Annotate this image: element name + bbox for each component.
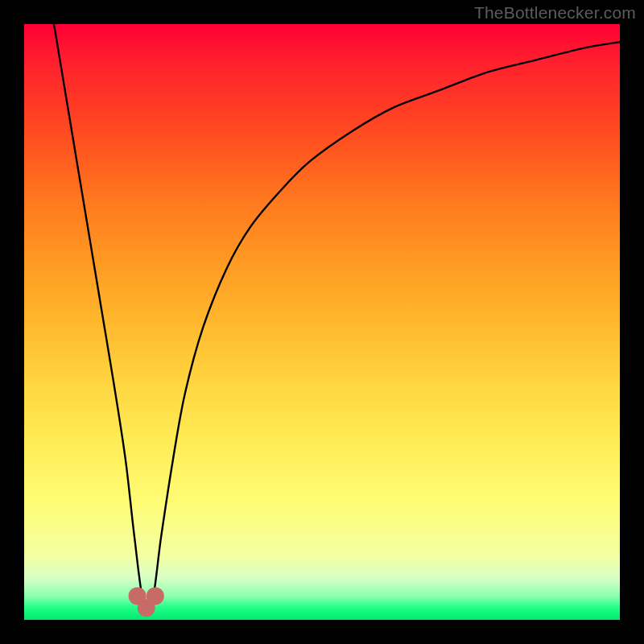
- curve-layer: [24, 24, 620, 620]
- marker-min-right: [147, 587, 164, 605]
- min-markers: [129, 587, 164, 617]
- plot-area: [24, 24, 620, 620]
- watermark-text: TheBottlenecker.com: [474, 3, 636, 23]
- bottleneck-curve: [54, 24, 620, 610]
- curve-path: [54, 24, 620, 610]
- chart-frame: TheBottlenecker.com: [0, 0, 644, 644]
